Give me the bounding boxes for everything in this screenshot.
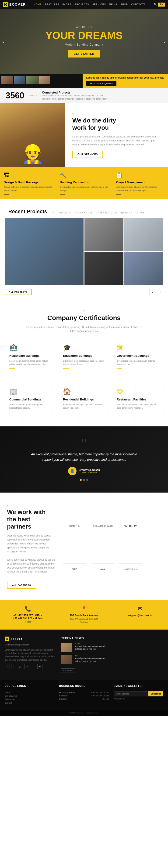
hero-section: ‹ We Build Your Dreams Modern Building C… <box>0 9 168 74</box>
news-headline-1: Investigationes demonstraverunt lectores… <box>75 645 112 651</box>
cert-desc-government: Investigationes demonstraverunt lectores… <box>117 359 159 366</box>
contact-address-title: 795 South Park Avenue <box>61 614 107 617</box>
project-thumb-4[interactable] <box>84 252 123 285</box>
nav-services[interactable]: Services <box>92 3 106 6</box>
nav-projects[interactable]: Projects <box>75 3 89 6</box>
buildings-bg-section: 🏢 Commercial Buildings Mirum est notare … <box>0 383 168 427</box>
footer-hours-title: Business Hours <box>59 684 109 689</box>
hero-prev-arrow[interactable]: ‹ <box>2 38 4 45</box>
partner-logo-5: ◆◆◆ <box>91 563 114 575</box>
google-plus-icon[interactable]: g+ <box>18 664 23 669</box>
dot-1 <box>29 95 30 96</box>
nav-shop[interactable]: Shop <box>120 3 128 6</box>
thumbnail-3[interactable] <box>26 76 38 84</box>
newsletter-email-input[interactable] <box>114 691 148 696</box>
biz-day-2: Saturday: <box>59 694 68 697</box>
all-partners-button[interactable]: ALL PARTNERS <box>7 582 36 589</box>
thumbnail-2[interactable] <box>14 76 26 84</box>
worker-icon: 👷 <box>21 143 44 165</box>
thumbnail-1[interactable] <box>1 76 13 84</box>
youtube-icon[interactable]: ▶ <box>37 664 42 669</box>
project-thumb-featured[interactable] <box>5 218 84 285</box>
service-card-1: 🏗 Design & Build Package Qibiam est orem… <box>0 167 56 199</box>
navbar-icons: 🔍 EN <box>154 3 165 6</box>
nav-pages[interactable]: Pages <box>62 3 71 6</box>
counter-label: Completed Projects <box>42 91 112 94</box>
contact-card-email: ✉ support@recover.io <box>112 600 168 629</box>
hero-title: Your Dreams <box>45 30 123 41</box>
author-name: Britney Sampson <box>79 468 100 471</box>
footer-links-col: Useful Links Home Our Services Reference… <box>5 684 54 705</box>
cert-grid: 🏥 Healthcare Buildings Lorem ipsum dolor… <box>7 342 161 371</box>
news-thumb-1 <box>61 643 72 652</box>
cert-card-government: 🏛 Government Buildings Investigationes d… <box>114 342 161 371</box>
projects-next-arrow[interactable]: › <box>157 289 163 295</box>
nav-contacts[interactable]: Contacts <box>131 3 145 6</box>
projects-prev-arrow[interactable]: ‹ <box>149 289 156 295</box>
testi-dot-2[interactable] <box>83 479 85 481</box>
footer-link-services[interactable]: Our Services <box>5 695 54 697</box>
thumbnail-strip <box>0 74 83 88</box>
dot-3 <box>34 95 35 96</box>
footer-link-home[interactable]: Home <box>5 691 54 693</box>
biz-day-3: Sunday: <box>59 698 67 700</box>
project-thumb-5[interactable] <box>124 252 163 285</box>
logo-brand: ecover <box>9 3 26 6</box>
education-icon: 🎓 <box>63 344 105 351</box>
navbar: R ecover Home Features Pages Projects Se… <box>0 0 168 9</box>
linkedin-icon[interactable]: in <box>24 664 30 669</box>
partner-logo-lumberjack: The Lumber Jack <box>91 520 114 532</box>
filter-green[interactable]: GREEN BUILDING <box>96 211 117 214</box>
cert-header: ¶ Company Certifications Lorem ipsum dol… <box>7 310 161 333</box>
service-card-2: 🔨 Building Renovation Investigationes de… <box>56 167 112 199</box>
hero-cta-button[interactable]: GET STARTED <box>68 50 100 58</box>
certifications-section: ¶ Company Certifications Lorem ipsum dol… <box>0 298 168 383</box>
cert-name-healthcare: Healthcare Buildings <box>9 354 51 358</box>
request-quote-button[interactable]: REQUEST A QUOTE <box>86 81 117 86</box>
search-button[interactable]: EN <box>158 3 165 6</box>
footer-link-references[interactable]: References <box>5 698 54 701</box>
subscribe-button[interactable]: Subscribe <box>149 691 163 696</box>
twitter-icon[interactable]: t <box>11 664 16 669</box>
all-news-button[interactable]: ALL NEWS <box>61 669 75 673</box>
dirty-work-image: 👷 <box>0 103 65 167</box>
cert-desc-residential: Eadem modo typi, qui nunc nobis videntur… <box>63 403 105 410</box>
filter-interior[interactable]: INTERIOR <box>120 211 132 214</box>
nav-features[interactable]: Features <box>45 3 59 6</box>
partner-name-woody: WooDY <box>124 524 137 528</box>
filter-building[interactable]: BUILDING <box>59 211 71 214</box>
service-name-3: Project Management <box>116 181 164 184</box>
logo[interactable]: R ecover <box>3 2 26 7</box>
filter-office[interactable]: OFFICE <box>135 211 145 214</box>
our-services-button[interactable]: OUR SERVICES <box>72 151 103 158</box>
quote-box-text: Looking for a quality and affordable con… <box>86 76 164 80</box>
footer-link-contact[interactable]: Contact <box>5 702 54 704</box>
projects-grid <box>5 218 163 285</box>
biz-time-1: 9:00 am to 8:00 pm <box>91 691 109 693</box>
project-thumb-2[interactable] <box>84 218 123 251</box>
hero-next-arrow[interactable]: › <box>164 38 166 45</box>
facebook-icon[interactable]: f <box>5 664 10 669</box>
pinterest-icon[interactable]: p <box>31 664 36 669</box>
testimonial-author: 👤 Britney Sampson Head of Person <box>68 467 100 475</box>
nav-home[interactable]: Home <box>34 3 42 6</box>
dot-2 <box>31 95 33 96</box>
all-projects-button[interactable]: ALL PROJECTS <box>5 289 32 295</box>
filter-all[interactable]: ALL <box>52 211 56 214</box>
contact-strip: 📞 +61 402 555 267 - Office+61 402 555 27… <box>0 600 168 629</box>
cert-card-education: 🎓 Education Buildings Qibiam est orem pr… <box>61 342 107 371</box>
partners-text: Over the years, we've been able to build… <box>7 534 56 554</box>
privacy-policy-link[interactable]: Privacy Policy <box>114 698 125 700</box>
counter-dots <box>29 95 37 96</box>
logo-r-badge: R <box>3 2 8 7</box>
footer-newsletter-col: Email Newsletter Subscribe Privacy Polic… <box>114 684 163 705</box>
testi-dot-3[interactable] <box>86 479 88 481</box>
testi-dot-1[interactable] <box>80 479 82 481</box>
project-thumb-3[interactable] <box>124 218 163 251</box>
service-desc-1: Qibiam est orem processam posuere, ipsum… <box>4 185 52 192</box>
filter-family[interactable]: FAMILY HOUSE <box>75 211 93 214</box>
search-icon[interactable]: 🔍 <box>154 3 157 6</box>
residential-icon: 🏠 <box>63 388 105 395</box>
thumbnail-4[interactable] <box>39 76 50 84</box>
nav-news[interactable]: News <box>109 3 117 6</box>
